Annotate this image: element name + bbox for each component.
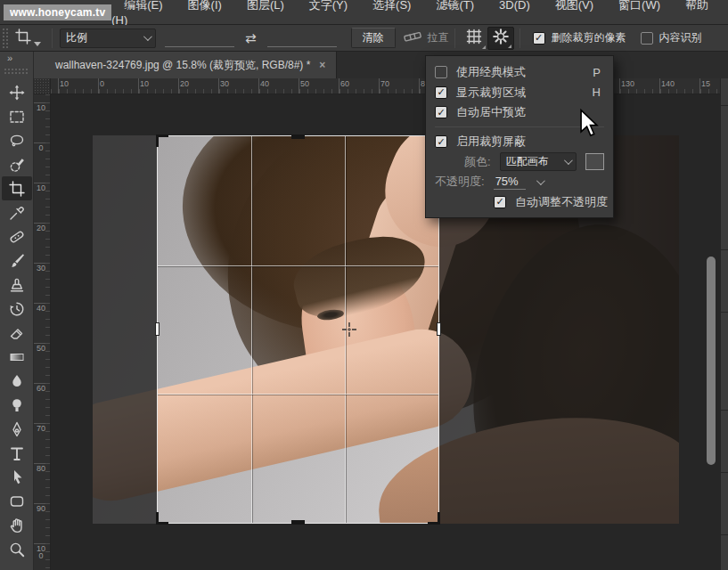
ruler-origin-corner[interactable] [34, 78, 51, 94]
swap-dimensions-icon[interactable]: ⇄ [243, 30, 258, 46]
gear-icon [492, 28, 510, 48]
tool-path-selection[interactable] [2, 465, 32, 489]
tool-brush[interactable] [2, 248, 32, 273]
checkbox-checked[interactable]: ✓ [435, 106, 447, 118]
canvas-viewport[interactable] [51, 94, 720, 570]
aspect-ratio-value: 比例 [66, 30, 87, 45]
crop-settings-button[interactable] [487, 27, 514, 50]
menu-item-auto-adjust-opacity[interactable]: ✓ 自动调整不透明度 [435, 191, 604, 212]
shield-color-select[interactable]: 匹配画布 [500, 152, 577, 171]
tool-eyedropper[interactable] [2, 200, 32, 224]
tool-eraser[interactable] [2, 321, 32, 345]
collapse-panel-icon[interactable]: » [0, 52, 33, 66]
menu-item[interactable]: 图像(I) [176, 0, 234, 12]
menu-item-label: 自动调整不透明度 [515, 194, 608, 210]
shield-color-swatch[interactable] [585, 153, 604, 170]
vertical-scrollbar[interactable] [707, 256, 716, 465]
ruler-ticks [45, 94, 50, 570]
menu-item-label: 显示裁剪区域 [456, 85, 526, 101]
checkbox-checked[interactable]: ✓ [435, 86, 447, 99]
rule-of-thirds-line [251, 136, 252, 523]
ruler-label: 70 [380, 79, 389, 88]
divider [454, 28, 455, 48]
document-tab[interactable]: wallhaven-324769.jpg @ 15.8% (裁剪预览, RGB/… [34, 52, 337, 78]
menu-item[interactable]: 滤镜(T) [423, 0, 487, 12]
ruler-label: 15 [701, 79, 710, 88]
shield-color-value: 匹配画布 [506, 154, 549, 169]
toolbar-grip[interactable] [4, 68, 29, 75]
clear-button[interactable]: 清除 [351, 28, 396, 48]
tool-healing-brush[interactable] [2, 224, 32, 248]
menu-item[interactable]: 图层(L) [234, 0, 297, 12]
crop-height-input[interactable] [267, 29, 337, 47]
checkbox-unchecked[interactable] [641, 32, 653, 45]
crop-icon [14, 28, 32, 48]
vertical-ruler[interactable]: 100102030405060708090100 [34, 94, 51, 570]
tool-hand[interactable] [2, 513, 32, 537]
checkbox-unchecked[interactable] [435, 66, 447, 78]
chevron-down-icon [564, 156, 573, 165]
options-bar: 比例 ⇄ 清除 拉直 ✓ 删除裁剪的像素 [0, 25, 728, 52]
ruler-label: 10 [140, 79, 149, 88]
options-bar-grip[interactable] [2, 28, 9, 49]
tool-move[interactable] [2, 80, 32, 104]
horizontal-ruler[interactable]: 10010203040506070809010011012013014015 [51, 78, 720, 94]
crop-box[interactable] [158, 136, 438, 523]
tool-crop[interactable] [2, 176, 32, 200]
menu-items: 编辑(E)图像(I)图层(L)文字(Y)选择(S)滤镜(T)3D(D)视图(V)… [111, 0, 728, 27]
menu-item[interactable]: 窗口(W) [606, 0, 673, 12]
menu-item-classic-mode[interactable]: 使用经典模式 P [435, 62, 604, 83]
opacity-value-select[interactable]: 75% [494, 175, 526, 190]
tool-dodge[interactable] [2, 393, 32, 417]
color-label: 颜色: [464, 154, 491, 170]
tool-palette: » [0, 52, 34, 570]
tool-clone-stamp[interactable] [2, 273, 32, 297]
menu-item[interactable]: 选择(S) [360, 0, 423, 12]
content-aware-label: 内容识别 [659, 30, 702, 45]
tool-quick-selection[interactable] [2, 152, 32, 176]
tool-history-brush[interactable] [2, 297, 32, 321]
ruler-label: 20 [37, 224, 45, 232]
crop-width-input[interactable] [165, 29, 234, 47]
tool-gradient[interactable] [2, 345, 32, 369]
tool-marquee[interactable] [2, 104, 32, 128]
tool-shape[interactable] [2, 489, 32, 513]
ruler-label: 0 [37, 144, 45, 151]
tool-pen[interactable] [2, 417, 32, 441]
watermark: www.honeycam.tv [4, 4, 111, 20]
content-aware-option[interactable]: 内容识别 [641, 30, 702, 45]
crop-tool-preset[interactable] [9, 28, 46, 48]
ruler-label: 60 [340, 79, 349, 88]
menu-item[interactable]: 编辑(E) [111, 0, 175, 12]
ruler-label: 70 [37, 425, 45, 432]
straighten-label[interactable]: 拉直 [428, 30, 449, 45]
menu-item-show-crop-area[interactable]: ✓ 显示裁剪区域 H [435, 83, 604, 103]
checkbox-checked[interactable]: ✓ [533, 32, 545, 45]
tool-zoom[interactable] [2, 537, 32, 561]
panel-dock-edge[interactable] [720, 78, 728, 570]
straighten-icon[interactable] [403, 28, 422, 48]
ruler-label: 10 [60, 79, 69, 88]
menu-item[interactable]: 3D(D) [487, 0, 543, 12]
checkbox-checked[interactable]: ✓ [435, 135, 447, 148]
menu-item-label: 启用裁剪屏蔽 [456, 134, 526, 150]
document-tab-title: wallhaven-324769.jpg @ 15.8% (裁剪预览, RGB/… [55, 58, 310, 73]
tool-lasso[interactable] [2, 128, 32, 152]
grid-overlay-icon [465, 28, 483, 48]
delete-cropped-pixels-option[interactable]: ✓ 删除裁剪的像素 [533, 30, 626, 45]
tool-blur[interactable] [2, 369, 32, 393]
rule-of-thirds-line [345, 136, 346, 523]
aspect-ratio-select[interactable]: 比例 [60, 28, 156, 48]
ruler-label: 10 [37, 184, 45, 191]
tool-more[interactable]: ••• [2, 561, 32, 570]
tool-type[interactable] [2, 441, 32, 465]
overlay-options-button[interactable] [461, 27, 487, 50]
photo-cropped-bright [158, 136, 438, 523]
delete-cropped-pixels-label: 删除裁剪的像素 [552, 30, 626, 45]
close-icon[interactable]: × [319, 59, 325, 71]
menu-item[interactable]: 文字(Y) [297, 0, 360, 12]
divider [519, 28, 520, 48]
menu-bar: www.honeycam.tv 编辑(E)图像(I)图层(L)文字(Y)选择(S… [0, 0, 728, 25]
checkbox-checked[interactable]: ✓ [494, 196, 506, 208]
menu-item[interactable]: 视图(V) [543, 0, 606, 12]
